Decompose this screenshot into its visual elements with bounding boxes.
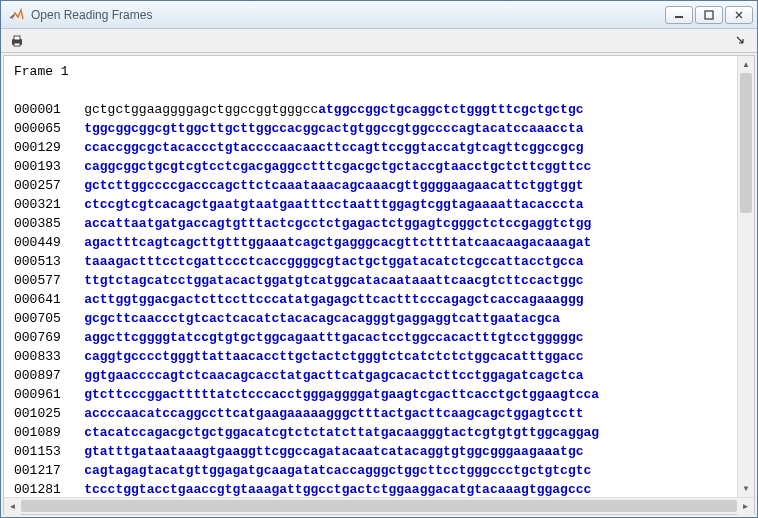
- sequence-line: 000705 gcgcttcaaccctgtcactcacatctacacagc…: [14, 309, 727, 328]
- position-label: 000193: [14, 159, 84, 174]
- position-label: 000961: [14, 387, 84, 402]
- horizontal-scrollbar[interactable]: ◄ ►: [4, 497, 754, 514]
- sequence-line: 001025 accccaacatccaggccttcatgaagaaaaagg…: [14, 404, 727, 423]
- svg-rect-4: [14, 43, 20, 46]
- dock-button[interactable]: [731, 31, 751, 51]
- orf-sequence: gcgcttcaaccctgtcactcacatctacacagcacagggt…: [84, 311, 560, 326]
- position-label: 001217: [14, 463, 84, 478]
- toolbar: [1, 29, 757, 53]
- maximize-button[interactable]: [695, 6, 723, 24]
- scroll-right-button[interactable]: ►: [737, 498, 754, 515]
- orf-sequence: acttggtggacgactcttccttcccatatgagagcttcac…: [84, 292, 583, 307]
- orf-sequence: tggcggcggcgttggcttgcttggccacggcactgtggcc…: [84, 121, 583, 136]
- frame-header: Frame 1: [14, 62, 727, 81]
- orf-sequence: ctacatccagacgctgctggacatcgtctctatcttatga…: [84, 425, 599, 440]
- scroll-thumb[interactable]: [740, 73, 752, 213]
- position-label: 000385: [14, 216, 84, 231]
- svg-rect-0: [675, 16, 683, 18]
- sequence-line: 000129 ccaccggcgctacaccctgtaccccaacaactt…: [14, 138, 727, 157]
- orf-sequence: ttgtctagcatcctggatacactggatgtcatggcataca…: [84, 273, 583, 288]
- position-label: 000129: [14, 140, 84, 155]
- sequence-line: 000833 caggtgcccctgggttattaacaccttgctact…: [14, 347, 727, 366]
- orf-sequence: aggcttcggggtatccgtgtgctggcagaatttgacactc…: [84, 330, 583, 345]
- position-label: 000513: [14, 254, 84, 269]
- orf-sequence: gtatttgataataaagtgaaggttcggccagatacaatca…: [84, 444, 583, 459]
- position-label: 001025: [14, 406, 84, 421]
- position-label: 000257: [14, 178, 84, 193]
- sequence-line: 001281 tccctggtacctgaaccgtgtaaagattggcct…: [14, 480, 727, 497]
- orf-sequence: atggccggctgcaggctctgggtttcgctgctgc: [318, 102, 583, 117]
- sequence-line: 000577 ttgtctagcatcctggatacactggatgtcatg…: [14, 271, 727, 290]
- position-label: 000897: [14, 368, 84, 383]
- vertical-scrollbar[interactable]: ▲ ▼: [737, 56, 754, 497]
- position-label: 000065: [14, 121, 84, 136]
- scroll-up-button[interactable]: ▲: [738, 56, 754, 73]
- window-controls: [665, 6, 753, 24]
- position-label: 000769: [14, 330, 84, 345]
- orf-sequence: caggtgcccctgggttattaacaccttgctactctgggtc…: [84, 349, 583, 364]
- position-label: 001153: [14, 444, 84, 459]
- matlab-icon: [9, 7, 25, 23]
- close-button[interactable]: [725, 6, 753, 24]
- svg-rect-3: [14, 36, 20, 40]
- sequence-line: 000257 gctcttggccccgacccagcttctcaaataaac…: [14, 176, 727, 195]
- sequence-line: 000001 gctgctggaaggggagctggccggtgggccatg…: [14, 100, 727, 119]
- position-label: 000705: [14, 311, 84, 326]
- hscroll-thumb[interactable]: [21, 500, 737, 512]
- sequence-line: 000193 caggcggctgcgtcgtcctcgacgaggcctttc…: [14, 157, 727, 176]
- position-label: 000001: [14, 102, 84, 117]
- orf-sequence: tccctggtacctgaaccgtgtaaagattggcctgactctg…: [84, 482, 591, 497]
- window-title: Open Reading Frames: [31, 8, 665, 22]
- sequence-line: 001217 cagtagagtacatgttggagatgcaagatatca…: [14, 461, 727, 480]
- position-label: 000577: [14, 273, 84, 288]
- orf-sequence: ggtgaaccccagtctcaacagcacctatgacttcatgagc…: [84, 368, 583, 383]
- position-label: 000833: [14, 349, 84, 364]
- sequence-line: 000513 taaagactttcctcgattccctcaccggggcgt…: [14, 252, 727, 271]
- position-label: 001281: [14, 482, 84, 497]
- content-inner: Frame 1000001 gctgctggaaggggagctggccggtg…: [3, 55, 755, 515]
- orf-sequence: accccaacatccaggccttcatgaagaaaaagggctttac…: [84, 406, 583, 421]
- sequence-text[interactable]: Frame 1000001 gctgctggaaggggagctggccggtg…: [4, 56, 737, 497]
- sequence-line: 001089 ctacatccagacgctgctggacatcgtctctat…: [14, 423, 727, 442]
- orf-sequence: taaagactttcctcgattccctcaccggggcgtactgctg…: [84, 254, 583, 269]
- titlebar: Open Reading Frames: [1, 1, 757, 29]
- sequence-line: 000449 agactttcagtcagcttgtttggaaatcagctg…: [14, 233, 727, 252]
- orf-sequence: gtcttcccggactttttatctcccacctgggaggggatga…: [84, 387, 599, 402]
- position-label: 000641: [14, 292, 84, 307]
- orf-sequence: caggcggctgcgtcgtcctcgacgaggcctttcgacgctg…: [84, 159, 591, 174]
- scroll-track[interactable]: [738, 73, 754, 480]
- minimize-button[interactable]: [665, 6, 693, 24]
- sequence-line: 000065 tggcggcggcgttggcttgcttggccacggcac…: [14, 119, 727, 138]
- sequence-prefix: gctgctggaaggggagctggccggtgggcc: [84, 102, 318, 117]
- scroll-left-button[interactable]: ◄: [4, 498, 21, 515]
- svg-rect-1: [705, 11, 713, 19]
- orf-sequence: cagtagagtacatgttggagatgcaagatatcaccagggc…: [84, 463, 591, 478]
- hscroll-track[interactable]: [21, 498, 737, 514]
- orf-sequence: ctccgtcgtcacagctgaatgtaatgaatttcctaatttg…: [84, 197, 583, 212]
- position-label: 000449: [14, 235, 84, 250]
- position-label: 000321: [14, 197, 84, 212]
- orf-sequence: agactttcagtcagcttgtttggaaatcagctgagggcac…: [84, 235, 591, 250]
- orf-sequence: gctcttggccccgacccagcttctcaaataaacagcaaac…: [84, 178, 583, 193]
- print-button[interactable]: [7, 31, 27, 51]
- app-window: Open Reading Frames Frame 1000001 gctgct…: [0, 0, 758, 518]
- position-label: 001089: [14, 425, 84, 440]
- scroll-down-button[interactable]: ▼: [738, 480, 754, 497]
- sequence-line: 000897 ggtgaaccccagtctcaacagcacctatgactt…: [14, 366, 727, 385]
- sequence-line: 001153 gtatttgataataaagtgaaggttcggccagat…: [14, 442, 727, 461]
- sequence-line: 000641 acttggtggacgactcttccttcccatatgaga…: [14, 290, 727, 309]
- orf-sequence: ccaccggcgctacaccctgtaccccaacaacttccagttc…: [84, 140, 583, 155]
- sequence-line: 000385 accattaatgatgaccagtgtttactcgcctct…: [14, 214, 727, 233]
- orf-sequence: accattaatgatgaccagtgtttactcgcctctgagactc…: [84, 216, 591, 231]
- sequence-line: 000961 gtcttcccggactttttatctcccacctgggag…: [14, 385, 727, 404]
- sequence-line: 000321 ctccgtcgtcacagctgaatgtaatgaatttcc…: [14, 195, 727, 214]
- sequence-line: 000769 aggcttcggggtatccgtgtgctggcagaattt…: [14, 328, 727, 347]
- content-area: Frame 1000001 gctgctggaaggggagctggccggtg…: [1, 53, 757, 517]
